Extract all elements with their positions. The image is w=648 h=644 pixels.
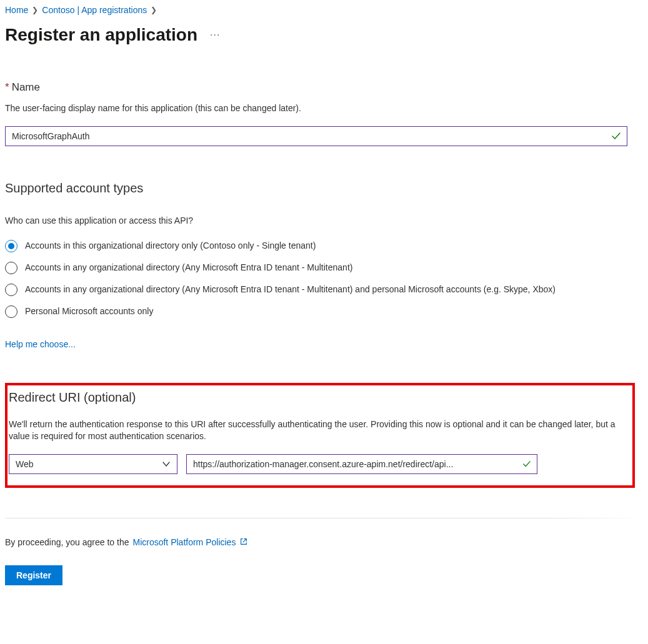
radio-label: Accounts in any organizational directory… xyxy=(25,283,556,296)
consent-prefix: By proceeding, you agree to the xyxy=(5,537,129,547)
name-input[interactable] xyxy=(5,126,627,146)
consent-row: By proceeding, you agree to the Microsof… xyxy=(5,537,643,548)
redirect-uri-desc: We'll return the authentication response… xyxy=(9,419,631,443)
account-types-question: Who can use this application or access t… xyxy=(5,215,643,225)
radio-single-tenant[interactable]: Accounts in this organizational director… xyxy=(5,239,643,252)
chevron-down-icon xyxy=(162,460,171,468)
radio-personal-only[interactable]: Personal Microsoft accounts only xyxy=(5,305,643,318)
required-star-icon: * xyxy=(5,81,9,93)
name-desc: The user-facing display name for this ap… xyxy=(5,102,643,115)
redirect-uri-input[interactable]: https://authorization-manager.consent.az… xyxy=(186,454,537,474)
radio-label: Accounts in this organizational director… xyxy=(25,239,316,252)
platform-select-value: Web xyxy=(16,459,34,469)
redirect-uri-row: Web https://authorization-manager.consen… xyxy=(9,454,631,474)
breadcrumb-home[interactable]: Home xyxy=(5,5,28,15)
account-type-radio-group: Accounts in this organizational director… xyxy=(5,239,643,318)
more-icon[interactable]: ··· xyxy=(210,29,220,41)
name-label: *Name xyxy=(5,81,643,94)
page-title: Register an application xyxy=(5,25,197,45)
redirect-uri-highlight: Redirect URI (optional) We'll return the… xyxy=(5,383,635,488)
platform-policies-link[interactable]: Microsoft Platform Policies xyxy=(132,537,236,547)
external-link-icon xyxy=(239,537,248,548)
page-title-row: Register an application ··· xyxy=(5,25,643,45)
help-me-choose-link[interactable]: Help me choose... xyxy=(5,339,76,349)
divider xyxy=(5,518,642,518)
radio-label: Personal Microsoft accounts only xyxy=(25,305,153,318)
radio-multitenant[interactable]: Accounts in any organizational directory… xyxy=(5,261,643,274)
register-button[interactable]: Register xyxy=(5,565,62,585)
redirect-uri-heading: Redirect URI (optional) xyxy=(9,390,631,405)
radio-icon xyxy=(5,305,17,318)
name-label-text: Name xyxy=(12,81,40,93)
radio-label: Accounts in any organizational directory… xyxy=(25,261,352,274)
chevron-right-icon: ❯ xyxy=(32,6,38,14)
breadcrumb: Home ❯ Contoso | App registrations ❯ xyxy=(5,5,643,15)
radio-icon xyxy=(5,240,17,252)
breadcrumb-tenant[interactable]: Contoso | App registrations xyxy=(42,5,147,15)
uri-input-wrap: https://authorization-manager.consent.az… xyxy=(186,454,537,474)
radio-icon xyxy=(5,262,17,274)
name-input-wrap xyxy=(5,126,627,146)
account-types-heading: Supported account types xyxy=(5,181,643,196)
radio-icon xyxy=(5,284,17,296)
platform-select[interactable]: Web xyxy=(9,454,177,474)
chevron-right-icon: ❯ xyxy=(151,6,157,14)
radio-multitenant-personal[interactable]: Accounts in any organizational directory… xyxy=(5,283,643,296)
